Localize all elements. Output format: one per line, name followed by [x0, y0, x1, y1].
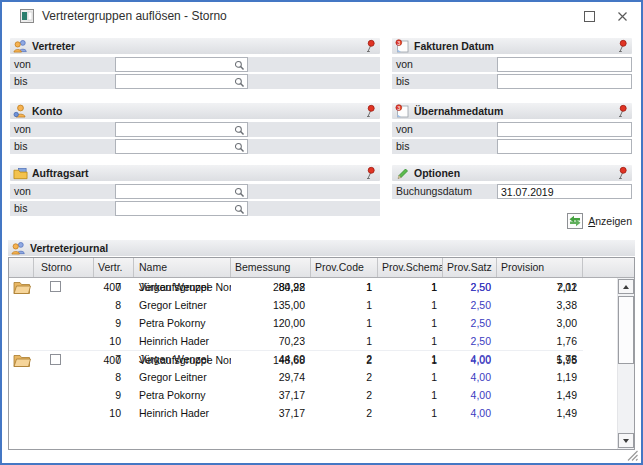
von-label: von — [10, 58, 31, 70]
cell-prov-schema: 1 — [378, 368, 443, 386]
table-row[interactable]: 10 Heinrich Hader 70,23 1 1 2,50 1,76 — [9, 332, 617, 350]
cell-prov-schema: 1 — [378, 351, 443, 369]
cell-name: Heinrich Hader — [134, 404, 231, 422]
cell-provision: 1,19 — [497, 368, 583, 386]
group-header: Vertreter — [10, 38, 380, 54]
close-icon — [617, 11, 628, 22]
group-title: Fakturen Datum — [414, 40, 494, 52]
cell-provision: 1,76 — [497, 332, 583, 350]
cell-name: Verkaufsgruppe Nord — [134, 351, 231, 369]
maximize-icon — [584, 11, 595, 22]
filter-row: bis — [392, 74, 632, 89]
col-header-prov-schema[interactable]: Prov.Schema — [378, 258, 443, 277]
anzeigen-label: Anzeigen — [588, 215, 632, 227]
magnifier-icon[interactable] — [234, 125, 245, 136]
pushpin-icon[interactable] — [365, 39, 377, 53]
cell-bemessung: 135,00 — [231, 296, 311, 314]
storno-checkbox[interactable] — [50, 354, 61, 365]
col-header-provision[interactable]: Provision — [497, 258, 583, 277]
vertreter-von-input[interactable] — [116, 59, 247, 72]
magnifier-icon[interactable] — [234, 60, 245, 71]
pushpin-icon[interactable] — [617, 166, 629, 180]
cell-prov-satz: 4,00 — [443, 404, 497, 422]
von-label: von — [392, 123, 413, 135]
group-title: Optionen — [414, 167, 460, 179]
pushpin-icon[interactable] — [617, 39, 629, 53]
scroll-up-button[interactable] — [618, 279, 634, 294]
filter-group-uebernahmedatum: 3 Übernahmedatum von bis — [392, 103, 632, 154]
cell-prov-code: 2 — [311, 404, 378, 422]
table-header-row: Storno Vertr. Name Bemessung Prov.Code P… — [9, 258, 634, 278]
cell-prov-code: 1 — [311, 296, 378, 314]
col-header-prov-satz[interactable]: Prov.Satz — [443, 258, 497, 277]
anzeigen-button[interactable]: Anzeigen — [567, 212, 632, 230]
filter-row: bis — [10, 201, 380, 216]
auftragsart-von-input[interactable] — [116, 186, 247, 199]
journal-title: Vertreterjournal — [30, 242, 108, 254]
scroll-down-button[interactable] — [618, 433, 634, 448]
table-body: 400 Verkaufsgruppe Nord 280,92 1 1 2,50 … — [9, 278, 617, 449]
col-header-name[interactable]: Name — [134, 258, 231, 277]
cell-prov-satz: 2,50 — [443, 296, 497, 314]
table-row[interactable]: 8 Gregor Leitner 135,00 1 1 2,50 3,38 — [9, 296, 617, 314]
konto-von-input[interactable] — [116, 124, 247, 137]
fakturen-von-input[interactable] — [498, 59, 631, 72]
cell-bemessung: 70,23 — [231, 332, 311, 350]
vertreter-bis-input[interactable] — [116, 76, 247, 89]
buchungsdatum-input[interactable] — [498, 186, 631, 199]
bis-label: bis — [10, 202, 27, 214]
table-row[interactable]: 10 Heinrich Hader 37,17 2 1 4,00 1,49 — [9, 404, 617, 422]
uebernahme-bis-input[interactable] — [498, 141, 631, 154]
konto-bis-input[interactable] — [116, 141, 247, 154]
table-row[interactable]: 8 Gregor Leitner 29,74 2 1 4,00 1,19 — [9, 368, 617, 386]
cell-provision: 3,38 — [497, 296, 583, 314]
pushpin-icon[interactable] — [617, 104, 629, 118]
magnifier-icon[interactable] — [234, 142, 245, 153]
filter-row: von — [10, 122, 380, 137]
uebernahme-von-input[interactable] — [498, 124, 631, 137]
storno-checkbox[interactable] — [50, 281, 61, 292]
cell-provision: 1,49 — [497, 404, 583, 422]
group-header: Auftragsart — [10, 165, 380, 181]
svg-text:3: 3 — [397, 40, 400, 46]
filter-group-vertreter: Vertreter von bis — [10, 38, 380, 89]
col-header-prov-code[interactable]: Prov.Code — [311, 258, 378, 277]
pushpin-icon[interactable] — [365, 104, 377, 118]
col-header-bemessung[interactable]: Bemessung — [231, 258, 311, 277]
cell-name: Gregor Leitner — [134, 296, 231, 314]
cell-vertr: 9 — [94, 314, 134, 332]
dialog-window: Vertretergruppen auflösen - Storno Vertr… — [0, 0, 643, 465]
fakturen-bis-input[interactable] — [498, 76, 631, 89]
cell-prov-satz: 2,50 — [443, 314, 497, 332]
table-row[interactable]: 400 Verkaufsgruppe Nord 280,92 1 1 2,50 … — [9, 278, 583, 296]
pushpin-icon[interactable] — [365, 166, 377, 180]
open-folder-icon — [13, 280, 31, 294]
bis-label: bis — [10, 140, 27, 152]
von-label: von — [392, 58, 413, 70]
scrollbar-thumb[interactable] — [618, 296, 634, 364]
filter-group-konto: Konto von bis — [10, 103, 380, 154]
filter-row: Buchungsdatum — [392, 184, 632, 199]
table-row[interactable]: 9 Petra Pokorny 120,00 1 1 2,50 3,00 — [9, 314, 617, 332]
col-header-storno[interactable]: Storno — [34, 258, 94, 277]
group-header: Optionen — [392, 165, 632, 181]
group-header: 3 Fakturen Datum — [392, 38, 632, 54]
table-row[interactable]: 400 Verkaufsgruppe Nord 148,68 2 1 4,00 … — [9, 350, 583, 369]
auftragsart-bis-input[interactable] — [116, 203, 247, 216]
col-header-icon[interactable] — [9, 258, 34, 277]
cell-prov-satz: 2,50 — [443, 332, 497, 350]
resize-grip[interactable] — [626, 448, 639, 461]
table-row[interactable]: 9 Petra Pokorny 37,17 2 1 4,00 1,49 — [9, 386, 617, 404]
filter-row: von — [392, 122, 632, 137]
magnifier-icon[interactable] — [234, 204, 245, 215]
magnifier-icon[interactable] — [234, 187, 245, 198]
cell-name: Gregor Leitner — [134, 368, 231, 386]
maximize-button[interactable] — [580, 7, 598, 25]
magnifier-icon[interactable] — [234, 77, 245, 88]
app-icon — [20, 9, 34, 23]
col-header-vertr[interactable]: Vertr. — [94, 258, 134, 277]
close-button[interactable] — [613, 7, 631, 25]
filter-row: bis — [392, 139, 632, 154]
filter-row: von — [392, 57, 632, 72]
vertical-scrollbar[interactable] — [617, 278, 634, 449]
